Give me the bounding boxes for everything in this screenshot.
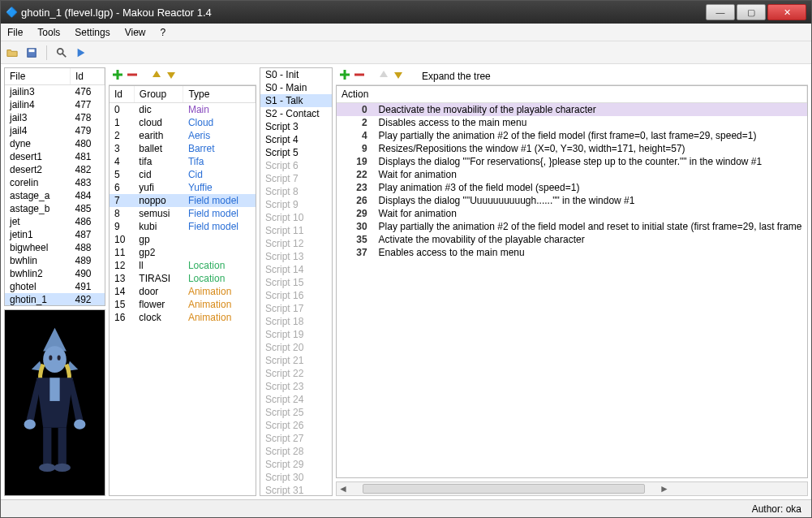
action-row[interactable]: 30Play partially the animation #2 of the… (337, 220, 807, 233)
menu-file[interactable]: File (7, 27, 23, 38)
open-icon[interactable] (4, 45, 20, 61)
file-row[interactable]: ghotel491 (5, 280, 105, 293)
menu-settings[interactable]: Settings (75, 27, 110, 38)
file-row[interactable]: bwhlin489 (5, 254, 105, 267)
file-row[interactable]: jailin3476 (5, 85, 105, 99)
group-row[interactable]: 3balletBarret (110, 142, 256, 155)
script-item[interactable]: Script 24 (260, 393, 332, 406)
up-action-icon[interactable] (378, 69, 389, 83)
script-item[interactable]: Script 5 (260, 146, 332, 159)
script-item[interactable]: Script 22 (260, 367, 332, 380)
script-item[interactable]: Script 30 (260, 471, 332, 484)
horizontal-scrollbar[interactable]: ◄► (336, 481, 808, 496)
script-item[interactable]: Script 23 (260, 380, 332, 393)
script-item[interactable]: Script 20 (260, 341, 332, 354)
group-row[interactable]: 1cloudCloud (110, 116, 256, 129)
menu-tools[interactable]: Tools (37, 27, 60, 38)
script-item[interactable]: Script 29 (260, 458, 332, 471)
file-row[interactable]: astage_b485 (5, 202, 105, 215)
action-row[interactable]: 35Activate the movability of the playabl… (337, 233, 807, 246)
group-row[interactable]: 10gp (110, 233, 256, 246)
script-item[interactable]: Script 31 (260, 484, 332, 496)
expand-tree-button[interactable]: Expand the tree (422, 71, 491, 82)
script-item[interactable]: S1 - Talk (260, 94, 332, 107)
script-item[interactable]: Script 16 (260, 289, 332, 302)
col-file[interactable]: File (5, 68, 70, 85)
group-row[interactable]: 4tifaTifa (110, 155, 256, 168)
action-row[interactable]: 29Wait for animation (337, 207, 807, 220)
file-row[interactable]: ghotin_1492 (5, 293, 105, 306)
add-icon[interactable] (112, 69, 123, 83)
action-row[interactable]: 9Resizes/Repositions the window #1 (X=0,… (337, 142, 807, 155)
file-list[interactable]: File Id jailin3476jailin4477jail3478jail… (4, 67, 105, 306)
search-icon[interactable] (54, 45, 70, 61)
file-row[interactable]: jail3478 (5, 111, 105, 124)
file-row[interactable]: jail4479 (5, 124, 105, 137)
group-row[interactable]: 14doorAnimation (110, 285, 256, 298)
script-item[interactable]: Script 19 (260, 328, 332, 341)
script-list[interactable]: S0 - InitS0 - MainS1 - TalkS2 - ContactS… (260, 67, 333, 496)
remove-icon[interactable] (127, 69, 138, 83)
action-row[interactable]: 37Enables access to the main menu (337, 246, 807, 259)
up-icon[interactable] (151, 69, 162, 83)
script-item[interactable]: Script 25 (260, 406, 332, 419)
action-row[interactable]: 26Displays the dialog ""Uuuuuuuuuugh....… (337, 194, 807, 207)
col-action[interactable]: Action (337, 86, 807, 103)
script-item[interactable]: Script 18 (260, 315, 332, 328)
group-row[interactable]: 9kubiField model (110, 220, 256, 233)
menu-view[interactable]: View (125, 27, 146, 38)
group-row[interactable]: 15flowerAnimation (110, 298, 256, 311)
script-item[interactable]: Script 7 (260, 172, 332, 185)
group-row[interactable]: 13TIRASILocation (110, 272, 256, 285)
group-row[interactable]: 6yufiYuffie (110, 181, 256, 194)
col-gid[interactable]: Id (110, 86, 134, 103)
file-row[interactable]: desert2482 (5, 163, 105, 176)
col-id[interactable]: Id (70, 68, 104, 85)
script-item[interactable]: Script 4 (260, 133, 332, 146)
script-item[interactable]: Script 27 (260, 432, 332, 445)
group-list[interactable]: Id Group Type 0dicMain1cloudCloud2earith… (109, 85, 256, 496)
group-row[interactable]: 16clockAnimation (110, 311, 256, 324)
down-icon[interactable] (165, 69, 177, 83)
script-item[interactable]: Script 14 (260, 263, 332, 276)
script-item[interactable]: Script 28 (260, 445, 332, 458)
group-row[interactable]: 12llLocation (110, 259, 256, 272)
script-item[interactable]: Script 3 (260, 120, 332, 133)
group-row[interactable]: 8semusiField model (110, 207, 256, 220)
action-list[interactable]: Action 0Deactivate the movability of the… (336, 85, 808, 478)
script-item[interactable]: Script 21 (260, 354, 332, 367)
col-group[interactable]: Group (134, 86, 183, 103)
script-item[interactable]: Script 11 (260, 224, 332, 237)
script-item[interactable]: S0 - Main (260, 81, 332, 94)
action-row[interactable]: 19Displays the dialog ""For reservations… (337, 155, 807, 168)
close-button[interactable]: ✕ (767, 4, 806, 20)
model-preview[interactable] (4, 309, 105, 496)
script-item[interactable]: Script 9 (260, 198, 332, 211)
group-row[interactable]: 2earithAeris (110, 129, 256, 142)
action-row[interactable]: 4Play partially the animation #2 of the … (337, 129, 807, 142)
action-row[interactable]: 2Disables access to the main menu (337, 116, 807, 129)
save-icon[interactable] (24, 45, 40, 61)
col-type[interactable]: Type (183, 86, 256, 103)
down-action-icon[interactable] (393, 69, 404, 83)
group-row[interactable]: 7noppoField model (110, 194, 256, 207)
maximize-button[interactable]: ▢ (737, 4, 766, 20)
minimize-button[interactable]: — (706, 4, 735, 20)
group-row[interactable]: 11gp2 (110, 246, 256, 259)
script-item[interactable]: Script 12 (260, 237, 332, 250)
file-row[interactable]: bwhlin2490 (5, 267, 105, 280)
menu-help[interactable]: ? (161, 27, 166, 38)
script-item[interactable]: S2 - Contact (260, 107, 332, 120)
script-item[interactable]: Script 8 (260, 185, 332, 198)
script-item[interactable]: Script 17 (260, 302, 332, 315)
run-icon[interactable] (73, 45, 89, 61)
script-item[interactable]: Script 15 (260, 276, 332, 289)
script-item[interactable]: Script 10 (260, 211, 332, 224)
add-action-icon[interactable] (339, 69, 350, 83)
file-row[interactable]: jailin4477 (5, 98, 105, 111)
script-item[interactable]: Script 13 (260, 250, 332, 263)
group-row[interactable]: 5cidCid (110, 168, 256, 181)
action-row[interactable]: 23Play animation #3 of the field model (… (337, 181, 807, 194)
file-row[interactable]: corelin483 (5, 176, 105, 189)
file-row[interactable]: jet486 (5, 215, 105, 228)
